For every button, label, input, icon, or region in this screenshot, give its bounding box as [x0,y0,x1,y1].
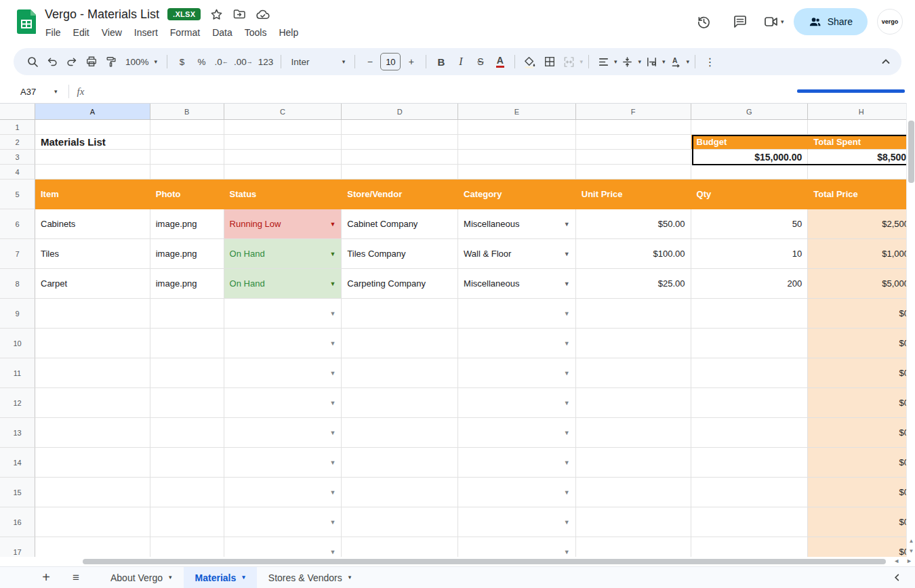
cell-D3[interactable] [342,150,458,165]
zoom-select[interactable]: 100% ▾ [121,52,161,71]
dropdown-icon[interactable]: ▼ [561,459,570,466]
formula-input[interactable] [84,80,915,103]
cell-F6[interactable]: $50.00 [576,209,691,239]
cell-G16[interactable] [691,507,809,537]
cell-C6[interactable]: Running Low▼ [224,209,342,239]
cell-D14[interactable] [342,448,458,478]
cell-E16[interactable]: ▼ [458,507,576,537]
cell-E8[interactable]: Miscellaneous▼ [458,269,576,299]
column-header-D[interactable]: D [342,104,458,120]
cell-G4[interactable] [691,165,809,180]
cell-G2[interactable]: Budget [691,135,809,150]
tab-stores-vendors[interactable]: Stores & Vendors ▾ [257,567,363,588]
dropdown-icon[interactable]: ▼ [327,370,336,377]
dropdown-icon[interactable]: ▼ [561,519,570,526]
vertical-align-caret-icon[interactable]: ▾ [638,59,641,65]
cloud-status-icon[interactable] [255,7,270,22]
version-history-icon[interactable] [690,8,717,35]
cell-D12[interactable] [342,388,458,418]
cell-F3[interactable] [576,150,691,165]
italic-button[interactable]: I [451,52,470,71]
row-header-13[interactable]: 13 [0,418,35,448]
cell-H5[interactable]: Total Price [808,180,915,209]
cell-H8[interactable]: $5,000 [808,269,915,299]
cell-F1[interactable] [576,120,691,135]
sheets-logo-icon[interactable] [17,9,36,34]
paint-format-icon[interactable] [102,52,120,71]
merge-caret-icon[interactable]: ▾ [580,59,583,65]
cell-E9[interactable]: ▼ [458,299,576,329]
cell-A3[interactable] [35,150,150,165]
cell-H9[interactable]: $0 [808,299,915,329]
select-all-corner[interactable] [0,104,35,120]
cell-C11[interactable]: ▼ [224,358,342,388]
dropdown-icon[interactable]: ▼ [561,310,570,317]
cell-F7[interactable]: $100.00 [576,239,691,269]
dropdown-icon[interactable]: ▼ [561,489,570,496]
name-box[interactable]: A37 [0,87,53,97]
cell-D4[interactable] [342,165,458,180]
cell-D15[interactable] [342,478,458,507]
cell-E1[interactable] [458,120,576,135]
merge-cells-button[interactable] [560,52,578,71]
cell-D7[interactable]: Tiles Company [342,239,458,269]
cell-D6[interactable]: Cabinet Company [342,209,458,239]
column-header-E[interactable]: E [458,104,576,120]
dropdown-icon[interactable]: ▼ [561,221,570,228]
menu-edit[interactable]: Edit [67,26,96,39]
row-header-6[interactable]: 6 [0,209,35,239]
cell-C13[interactable]: ▼ [224,418,342,448]
account-avatar[interactable]: vergo [877,9,903,35]
cell-B15[interactable] [150,478,224,507]
print-icon[interactable] [82,52,100,71]
font-size-input[interactable]: 10 [380,53,401,70]
cell-C17[interactable]: ▼ [224,537,342,557]
cell-B13[interactable] [150,418,224,448]
cell-A2[interactable]: Materials List [35,135,150,150]
cell-F11[interactable] [576,358,691,388]
cell-C2[interactable] [224,135,342,150]
meet-camera-button[interactable]: ▾ [763,14,784,30]
dropdown-icon[interactable]: ▼ [327,280,336,287]
cell-E3[interactable] [458,150,576,165]
dropdown-icon[interactable]: ▼ [561,429,570,436]
cell-G3[interactable]: $15,000.00 [691,150,809,165]
cell-B12[interactable] [150,388,224,418]
column-header-A[interactable]: A [35,104,150,120]
cell-C8[interactable]: On Hand▼ [224,269,342,299]
cell-A5[interactable]: Item [35,180,150,209]
star-icon[interactable] [209,7,224,22]
cell-B5[interactable]: Photo [150,180,224,209]
cell-B7[interactable]: image.png [150,239,224,269]
cell-C3[interactable] [224,150,342,165]
cell-A10[interactable] [35,329,150,358]
dropdown-icon[interactable]: ▼ [561,400,570,406]
cell-B2[interactable] [150,135,224,150]
cell-C4[interactable] [224,165,342,180]
decrease-font-size-button[interactable]: − [361,52,379,71]
text-rotation-caret-icon[interactable]: ▾ [687,59,690,65]
fill-color-button[interactable] [521,52,539,71]
row-header-4[interactable]: 4 [0,165,35,180]
cell-A8[interactable]: Carpet [35,269,150,299]
cell-H1[interactable] [808,120,915,135]
cell-H14[interactable]: $0 [808,448,915,478]
decrease-decimal-button[interactable]: .0← [212,52,230,71]
cell-A15[interactable] [35,478,150,507]
dropdown-icon[interactable]: ▼ [561,340,570,347]
cell-F2[interactable] [576,135,691,150]
cell-C7[interactable]: On Hand▼ [224,239,342,269]
vertical-scrollbar[interactable]: ▲ ▼ [906,103,915,557]
cell-H13[interactable]: $0 [808,418,915,448]
dropdown-icon[interactable]: ▼ [327,340,336,347]
cell-D13[interactable] [342,418,458,448]
cell-B3[interactable] [150,150,224,165]
cell-G17[interactable] [691,537,809,557]
cell-F10[interactable] [576,329,691,358]
cell-A16[interactable] [35,507,150,537]
horizontal-scrollbar-thumb[interactable] [83,559,886,564]
menu-format[interactable]: Format [164,26,206,39]
row-header-1[interactable]: 1 [0,120,35,135]
cell-B10[interactable] [150,329,224,358]
cell-D9[interactable] [342,299,458,329]
